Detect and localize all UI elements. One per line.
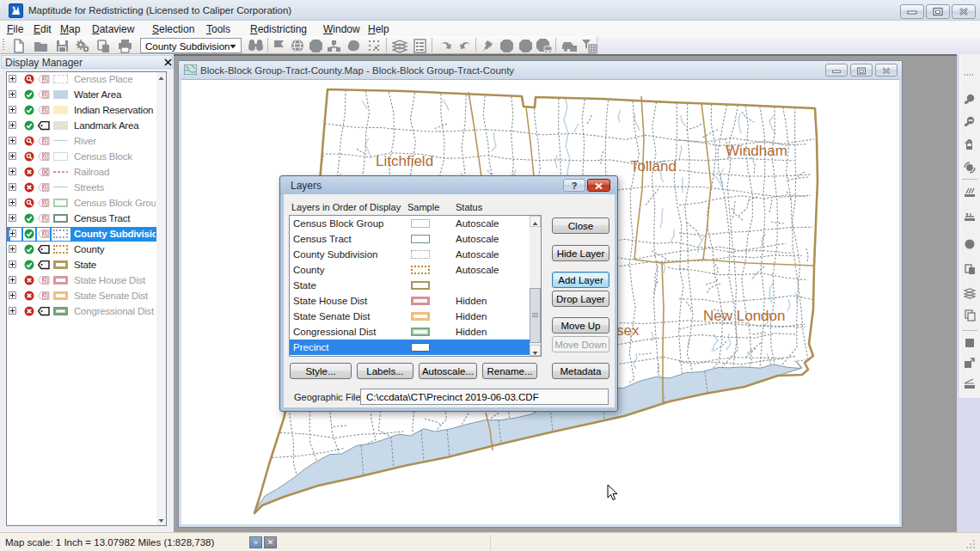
svg-text:Litchfield: Litchfield [376, 153, 433, 169]
svg-text:New London: New London [703, 308, 785, 324]
svg-text:Windham: Windham [726, 143, 787, 159]
svg-text:Tolland: Tolland [630, 158, 677, 174]
